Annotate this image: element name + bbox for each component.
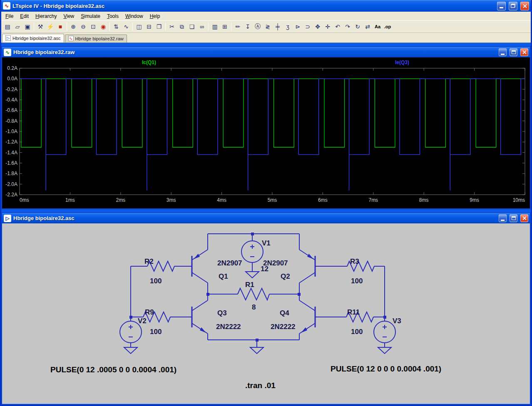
tile-vertical-icon[interactable]: ◫ xyxy=(134,22,144,31)
new-schematic-icon[interactable]: ▤ xyxy=(2,22,12,31)
find-icon[interactable]: ∞ xyxy=(197,22,207,31)
paste-icon[interactable]: ❏ xyxy=(187,22,197,31)
x-tick-label[interactable]: 10ms xyxy=(513,197,525,203)
label-r3-name[interactable]: R3 xyxy=(350,257,359,265)
spice-directive-icon[interactable]: .op xyxy=(383,22,393,31)
waveform-titlebar[interactable]: ∿ Hbridge bipolaire32.raw xyxy=(2,47,530,57)
label-v3-pulse[interactable]: PULSE(0 12 0 0 0 0.0004 .001) xyxy=(331,364,441,373)
y-tick-label[interactable]: -0.4A xyxy=(5,97,17,103)
label-r3-value[interactable]: 100 xyxy=(351,277,363,285)
label-q2-name[interactable]: Q2 xyxy=(281,272,290,280)
capacitor-icon[interactable]: ╪ xyxy=(273,22,283,31)
wire-icon[interactable]: ✏ xyxy=(233,22,243,31)
label-q3-name[interactable]: Q3 xyxy=(217,309,227,317)
schematic-maximize-button[interactable] xyxy=(510,214,517,222)
print-setup-icon[interactable]: ▥ xyxy=(210,22,220,31)
y-tick-label[interactable]: -0.6A xyxy=(5,107,17,113)
zoom-full-icon[interactable]: ◉ xyxy=(98,22,108,31)
resistor-icon[interactable]: ≷ xyxy=(263,22,273,31)
main-titlebar[interactable]: ∿ LTspice IV - Hbridge bipolaire32.asc xyxy=(1,0,531,12)
schematic-titlebar[interactable]: ▷ Hbridge bipolaire32.asc xyxy=(2,213,530,223)
halt-icon[interactable]: ■ xyxy=(55,22,65,31)
label-r2-value[interactable]: 100 xyxy=(150,277,162,285)
label-v2-name[interactable]: V2 xyxy=(138,317,147,325)
x-tick-label[interactable]: 3ms xyxy=(167,197,176,203)
y-tick-label[interactable]: -1.2A xyxy=(5,139,17,145)
label-tran-directive[interactable]: .tran .01 xyxy=(245,381,276,390)
x-tick-label[interactable]: 0ms xyxy=(20,197,29,203)
diode-icon[interactable]: ⊳ xyxy=(293,22,303,31)
y-tick-label[interactable]: -1.6A xyxy=(5,160,17,166)
label-q1-model[interactable]: 2N2907 xyxy=(217,259,242,267)
waveform-close-button[interactable] xyxy=(520,48,528,56)
component-r1[interactable] xyxy=(208,288,299,300)
y-tick-label[interactable]: -2.0A xyxy=(5,181,17,187)
mirror-icon[interactable]: ⇄ xyxy=(363,22,373,31)
label-q1-name[interactable]: Q1 xyxy=(219,272,228,280)
y-tick-label[interactable]: -2.2A xyxy=(5,192,17,198)
ground-icon[interactable]: ↧ xyxy=(243,22,253,31)
label-q4-name[interactable]: Q4 xyxy=(280,309,289,317)
control-panel-icon[interactable]: ⚒ xyxy=(35,22,45,31)
transistor-q2[interactable] xyxy=(299,234,333,294)
x-tick-label[interactable]: 9ms xyxy=(470,197,479,203)
schematic-close-button[interactable] xyxy=(520,214,528,222)
menu-view[interactable]: View xyxy=(60,12,77,20)
y-tick-label[interactable]: -0.8A xyxy=(5,118,17,124)
tab-hbridge-raw[interactable]: ∿ Hbridge bipolaire32.raw xyxy=(65,35,127,42)
menu-window[interactable]: Window xyxy=(122,12,147,20)
waveform-plot[interactable]: Ic(Q1) Ie(Q3) 0.2A0.0A-0.2A-0.4A-0.6A-0.… xyxy=(2,57,530,206)
redo-icon[interactable]: ↷ xyxy=(343,22,353,31)
move-icon[interactable]: ✥ xyxy=(313,22,323,31)
label-v2-pulse[interactable]: PULSE(0 12 .0005 0 0 0.0004 .001) xyxy=(50,365,177,374)
undo-icon[interactable]: ↶ xyxy=(333,22,343,31)
ground-v1[interactable] xyxy=(246,272,259,278)
y-tick-label[interactable]: -1.4A xyxy=(5,150,17,156)
zoom-out-icon[interactable]: ⊖ xyxy=(78,22,88,31)
label-r11-name[interactable]: R11 xyxy=(347,308,360,316)
restore-button[interactable] xyxy=(509,2,517,10)
ground-v2[interactable] xyxy=(124,347,137,354)
schematic-minimize-button[interactable] xyxy=(499,214,507,222)
tile-horizontal-icon[interactable]: ⊟ xyxy=(144,22,154,31)
x-tick-label[interactable]: 7ms xyxy=(368,197,378,203)
label-r11-value[interactable]: 100 xyxy=(351,328,363,336)
copy-icon[interactable]: ⧉ xyxy=(177,22,187,31)
label-q2-model[interactable]: 2N2907 xyxy=(263,259,288,267)
cascade-icon[interactable]: ❐ xyxy=(154,22,164,31)
zoom-in-icon[interactable]: ⊕ xyxy=(68,22,78,31)
y-tick-label[interactable]: -1.0A xyxy=(5,129,17,134)
menu-simulate[interactable]: Simulate xyxy=(77,12,104,20)
x-tick-label[interactable]: 2ms xyxy=(116,197,125,203)
transistor-q4[interactable] xyxy=(299,294,333,340)
menu-help[interactable]: Help xyxy=(147,12,164,20)
y-tick-label[interactable]: 0.0A xyxy=(7,76,17,82)
rotate-icon[interactable]: ↻ xyxy=(353,22,363,31)
minimize-button[interactable] xyxy=(497,2,506,10)
save-icon[interactable]: ▣ xyxy=(22,22,32,31)
inductor-icon[interactable]: ʒ xyxy=(283,22,293,31)
component-r2[interactable] xyxy=(131,261,192,271)
transistor-q1[interactable] xyxy=(192,234,208,294)
label-r9-value[interactable]: 100 xyxy=(150,328,162,336)
label-icon[interactable]: Ⓐ xyxy=(253,22,263,31)
waveform-maximize-button[interactable] xyxy=(510,48,517,56)
wire-net[interactable] xyxy=(131,234,385,347)
open-icon[interactable]: ▱ xyxy=(12,22,22,31)
menu-file[interactable]: File xyxy=(2,12,17,20)
y-tick-label[interactable]: -1.8A xyxy=(5,171,17,176)
y-tick-label[interactable]: -0.2A xyxy=(5,87,17,92)
label-r2-name[interactable]: R2 xyxy=(144,257,154,265)
label-q4-model[interactable]: 2N2222 xyxy=(271,323,296,331)
component-v1[interactable] xyxy=(241,234,263,272)
ground-center[interactable] xyxy=(250,347,264,354)
close-button[interactable] xyxy=(520,2,529,10)
text-icon[interactable]: Aa xyxy=(373,22,383,31)
menu-edit[interactable]: Edit xyxy=(17,12,32,20)
x-tick-label[interactable]: 8ms xyxy=(419,197,429,203)
cut-icon[interactable]: ✂ xyxy=(167,22,177,31)
run-icon[interactable]: ⚡ xyxy=(45,22,55,31)
zoom-area-icon[interactable]: ⊡ xyxy=(88,22,98,31)
label-v3-name[interactable]: V3 xyxy=(393,317,401,325)
schematic-drawing[interactable]: V1 12 2N2907 Q1 2N2907 Q2 R1 8 R2 100 R3… xyxy=(2,223,530,403)
